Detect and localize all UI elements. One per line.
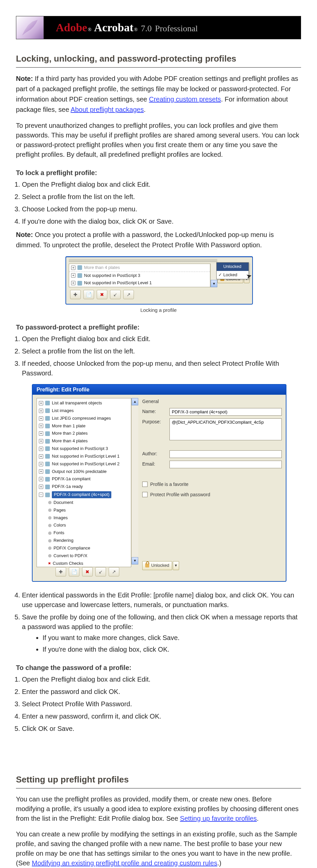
tree-item[interactable]: Not supported in PostScript Level 1 — [84, 280, 152, 286]
tree-sub-item[interactable]: PDF/X Compliance — [54, 545, 91, 552]
scroll-up-icon[interactable]: ▴ — [132, 398, 138, 405]
expand-icon[interactable]: + — [71, 266, 75, 270]
pw-step-5-text: Save the profile by doing one of the fol… — [22, 613, 297, 630]
protect-password-checkbox[interactable]: Protect Profile with password — [142, 491, 282, 498]
expand-icon[interactable]: + — [39, 439, 43, 443]
lock-note: Note: Once you protect a profile with a … — [16, 230, 301, 250]
tree-item-selected[interactable]: PDF/X-3 compliant (4c+spot) — [52, 491, 111, 498]
unlock-state-button[interactable]: Unlocked — [142, 561, 172, 570]
note-label-2: Note: — [16, 231, 33, 238]
expand-icon[interactable]: + — [39, 477, 43, 481]
tree-item[interactable]: List images — [52, 408, 74, 414]
tree-item[interactable]: Not supported in PostScript 3 — [52, 446, 108, 452]
export-profile-button[interactable]: ↗ — [109, 567, 119, 577]
import-profile-button[interactable]: ↙ — [95, 567, 106, 577]
link-creating-presets[interactable]: Creating custom presets — [149, 95, 221, 103]
expand-icon[interactable]: + — [39, 424, 43, 428]
duplicate-profile-button[interactable]: 📄 — [69, 567, 79, 577]
scroll-down-icon[interactable]: ▾ — [211, 280, 217, 287]
general-heading: General — [142, 398, 282, 405]
delete-profile-button[interactable]: ✖ — [97, 290, 107, 299]
dot-icon — [48, 554, 51, 557]
figure-locking-profile: +More than 4 plates +Not supported in Po… — [66, 256, 251, 314]
tree-sub-item[interactable]: Colors — [54, 522, 66, 529]
tree-sub-item[interactable]: Convert to PDF/X — [54, 553, 87, 559]
export-icon: ↗ — [112, 568, 116, 575]
expand-icon[interactable]: + — [39, 462, 43, 466]
tree-item[interactable]: More than 4 plates — [84, 265, 120, 271]
expand-icon[interactable]: + — [39, 416, 43, 421]
tree-item[interactable]: Not supported in PostScript 3 — [84, 273, 140, 279]
lock-dropdown-button[interactable]: ▾ — [173, 561, 179, 570]
name-field[interactable] — [170, 408, 282, 416]
email-field[interactable] — [170, 461, 282, 468]
tree-item[interactable]: Not supported in PostScript Level 2 — [52, 461, 119, 467]
profile-icon — [45, 446, 50, 451]
profile-icon — [77, 273, 82, 278]
brand-name: Adobe — [56, 19, 87, 36]
scroll-down-icon[interactable]: ▾ — [132, 557, 138, 564]
link-modifying-profile[interactable]: Modifying an existing preflight profile … — [32, 859, 217, 867]
tree-sub-item[interactable]: Pages — [54, 507, 66, 514]
tree-item[interactable]: More than 2 plates — [52, 430, 88, 437]
tree-sub-item[interactable]: Fonts — [54, 530, 65, 536]
delete-profile-button[interactable]: ✖ — [82, 567, 93, 577]
menu-item-unlocked[interactable]: Unlocked — [217, 262, 249, 271]
tree-sub-item[interactable]: Images — [54, 515, 68, 521]
change-password-heading: To change the password of a profile: — [16, 663, 301, 673]
profile-icon — [45, 431, 50, 436]
expand-icon[interactable]: + — [39, 401, 43, 405]
new-profile-button[interactable]: ✚ — [70, 290, 81, 299]
expand-icon[interactable]: + — [39, 409, 43, 413]
expand-icon[interactable]: + — [39, 454, 43, 459]
tree-item[interactable]: List JPEG compressed images — [52, 415, 111, 422]
author-label: Author: — [142, 450, 166, 457]
email-label: Email: — [142, 461, 166, 467]
tree-item[interactable]: Not supported in PostScript Level 1 — [52, 453, 119, 460]
expand-icon[interactable]: + — [39, 485, 43, 489]
favorite-checkbox[interactable]: Profile is a favorite — [142, 481, 282, 488]
purpose-field[interactable]: @{Dict_APPLICATION_PDFX3Compliant_4cSp — [170, 418, 282, 440]
change-password-steps: Open the Preflight dialog box and click … — [22, 675, 301, 734]
pw-step-5b: If you're done with the dialog box, clic… — [42, 645, 301, 654]
profile-icon — [45, 462, 50, 466]
profile-icon — [45, 416, 50, 421]
tree-sub-item[interactable]: Rendering — [54, 537, 73, 544]
scrollbar-vertical[interactable]: ▴ ▾ — [131, 398, 138, 564]
expand-icon[interactable]: + — [71, 281, 75, 285]
import-profile-button[interactable]: ↙ — [110, 290, 120, 299]
expand-icon[interactable]: + — [71, 273, 75, 278]
tree-sub-custom-checks[interactable]: Custom Checks — [53, 560, 83, 567]
x-icon: ✖ — [48, 560, 51, 567]
page-title-2: Setting up preflight profiles — [16, 773, 301, 786]
duplicate-profile-button[interactable]: 📄 — [83, 290, 94, 299]
article2-p1-b: . — [257, 815, 259, 822]
tree-sub-item[interactable]: Document — [54, 500, 73, 506]
link-preflight-packages[interactable]: About preflight packages — [71, 106, 144, 113]
expand-icon[interactable]: + — [39, 447, 43, 451]
profile-icon — [45, 408, 50, 413]
name-label: Name: — [142, 408, 166, 415]
tree-item[interactable]: More than 1 plate — [52, 423, 85, 429]
menu-item-locked[interactable]: Locked — [217, 271, 249, 279]
tree-item[interactable]: List all transparent objects — [52, 400, 102, 406]
acrobat-logo — [16, 16, 44, 39]
expand-icon[interactable]: + — [39, 469, 43, 474]
tree-item[interactable]: Output not 100% predictable — [52, 469, 107, 475]
dot-icon — [48, 516, 51, 520]
tree-item[interactable]: More than 4 plates — [52, 438, 88, 444]
link-favorite-profiles[interactable]: Setting up favorite profiles — [180, 815, 257, 822]
expand-icon[interactable]: + — [39, 431, 43, 436]
new-profile-button[interactable]: ✚ — [56, 567, 66, 577]
note-text-3: . — [144, 106, 146, 113]
author-field[interactable] — [170, 450, 282, 458]
export-profile-button[interactable]: ↗ — [123, 290, 134, 299]
tree-item[interactable]: PDF/X-1a ready — [52, 484, 83, 490]
dot-icon — [48, 524, 51, 527]
tree-item[interactable]: PDF/X-1a compliant — [52, 476, 91, 482]
collapse-icon[interactable]: − — [39, 493, 43, 497]
profile-icon — [45, 454, 50, 459]
intro-paragraph: To prevent unauthorized changes to prefl… — [16, 121, 301, 159]
cpw-1: Open the Preflight dialog box and click … — [22, 675, 301, 684]
duplicate-icon: 📄 — [71, 568, 77, 575]
